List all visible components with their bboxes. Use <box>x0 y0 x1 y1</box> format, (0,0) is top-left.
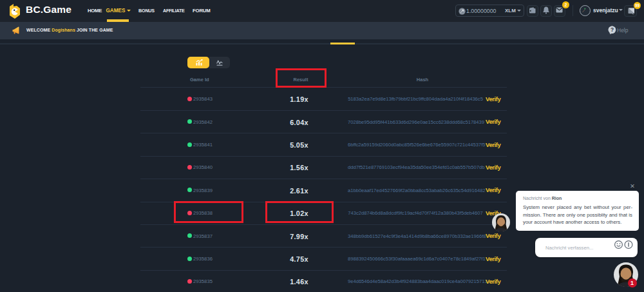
svg-text:?: ? <box>611 26 614 33</box>
